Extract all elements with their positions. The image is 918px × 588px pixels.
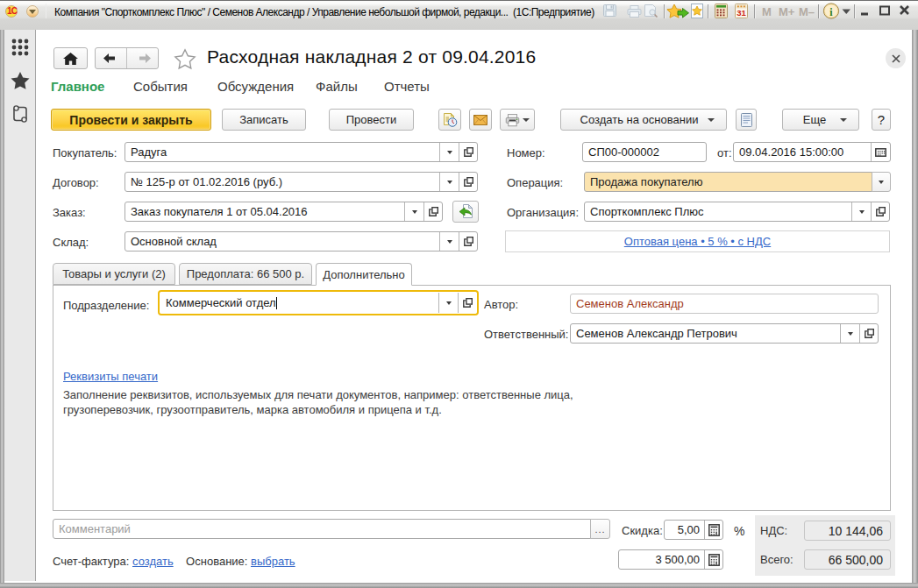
svg-text:M: M — [762, 5, 772, 18]
svg-text:M–: M– — [799, 5, 815, 18]
svg-text:31: 31 — [737, 8, 746, 18]
svg-text:M+: M+ — [779, 5, 795, 18]
